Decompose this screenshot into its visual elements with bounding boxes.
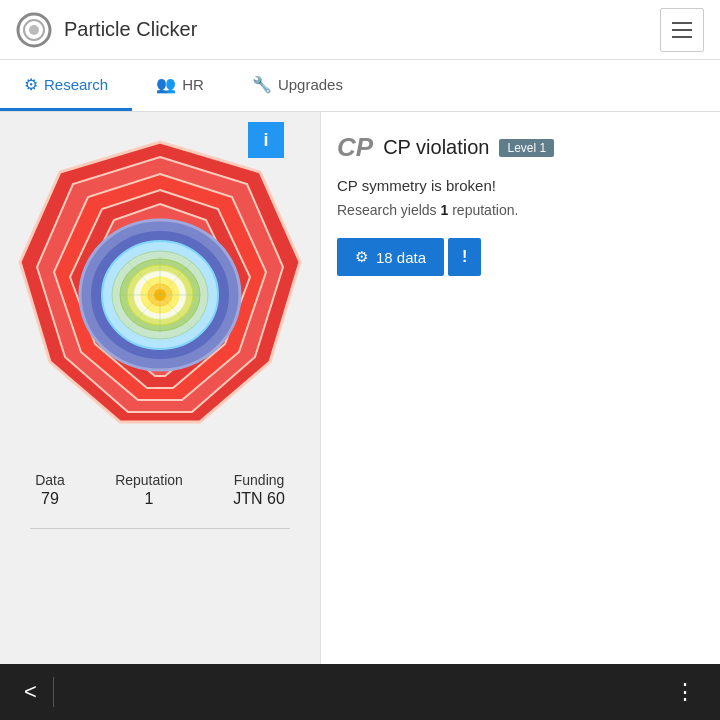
research-tab-label: Research	[44, 76, 108, 93]
upgrades-tab-label: Upgrades	[278, 76, 343, 93]
hamburger-line-2	[672, 29, 692, 31]
action-buttons: ⚙ 18 data !	[337, 238, 704, 276]
stat-data-label: Data	[35, 472, 65, 488]
bottom-bar: < ⋮	[0, 664, 720, 720]
app-icon	[16, 12, 52, 48]
data-button-label: 18 data	[376, 249, 426, 266]
back-button[interactable]: <	[16, 671, 45, 713]
app-bar: Particle Clicker	[0, 0, 720, 60]
particle-svg	[10, 132, 310, 452]
menu-button[interactable]	[660, 8, 704, 52]
nav-divider	[53, 677, 54, 707]
app-bar-left: Particle Clicker	[16, 12, 197, 48]
stats-row: Data 79 Reputation 1 Funding JTN 60	[0, 452, 320, 518]
info-button[interactable]: i	[248, 122, 284, 158]
particle-canvas[interactable]	[10, 132, 310, 452]
research-description: CP symmetry is broken!	[337, 177, 704, 194]
stat-funding: Funding JTN 60	[233, 472, 285, 508]
data-button[interactable]: ⚙ 18 data	[337, 238, 444, 276]
yield-unit: reputation.	[448, 202, 518, 218]
tab-upgrades[interactable]: 🔧 Upgrades	[228, 60, 367, 111]
level-badge: Level 1	[499, 139, 554, 157]
stat-funding-label: Funding	[233, 472, 285, 488]
tab-hr[interactable]: 👥 HR	[132, 60, 228, 111]
stats-divider	[30, 528, 290, 529]
stat-data-value: 79	[35, 490, 65, 508]
left-panel: i	[0, 112, 320, 664]
hr-tab-icon: 👥	[156, 75, 176, 94]
hamburger-line-1	[672, 22, 692, 24]
stat-reputation: Reputation 1	[115, 472, 183, 508]
stat-funding-value: JTN 60	[233, 490, 285, 508]
research-yield: Research yields 1 reputation.	[337, 202, 704, 218]
research-tab-icon: ⚙	[24, 75, 38, 94]
alert-button[interactable]: !	[448, 238, 481, 276]
tab-bar: ⚙ Research 👥 HR 🔧 Upgrades	[0, 60, 720, 112]
more-button[interactable]: ⋮	[666, 671, 704, 713]
svg-point-2	[29, 25, 39, 35]
stat-reputation-label: Reputation	[115, 472, 183, 488]
research-item-header: CP CP violation Level 1	[337, 132, 704, 163]
gear-icon: ⚙	[355, 248, 368, 266]
tab-research[interactable]: ⚙ Research	[0, 60, 132, 111]
cp-violation-icon: CP	[337, 132, 373, 163]
right-panel: CP CP violation Level 1 CP symmetry is b…	[320, 112, 720, 664]
hamburger-line-3	[672, 36, 692, 38]
research-item-title: CP violation	[383, 136, 489, 159]
hr-tab-label: HR	[182, 76, 204, 93]
stat-reputation-value: 1	[115, 490, 183, 508]
upgrades-tab-icon: 🔧	[252, 75, 272, 94]
main-content: i	[0, 112, 720, 664]
app-title: Particle Clicker	[64, 18, 197, 41]
stat-data: Data 79	[35, 472, 65, 508]
yield-text: Research yields	[337, 202, 441, 218]
